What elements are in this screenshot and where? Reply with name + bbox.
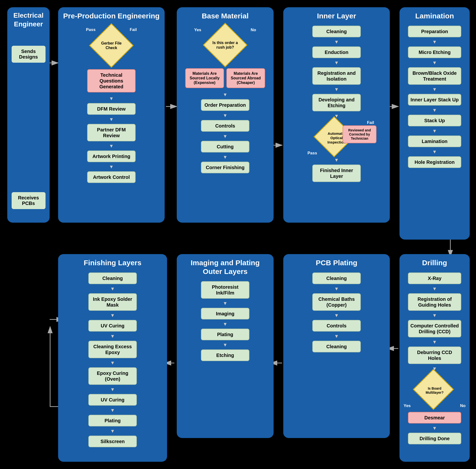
finished-inner-layer-box: Finished Inner Layer: [312, 165, 361, 182]
imaging-box: Imaging: [201, 308, 249, 319]
corner-finishing-box: Corner Finishing: [201, 162, 249, 173]
yes-multilayer-label: Yes: [404, 403, 411, 408]
uv-curing2-box: UV Curing: [88, 394, 137, 406]
plating-finish-box: Plating: [88, 415, 137, 426]
abroad-materials-box: Materials Are Sourced Abroad (Cheaper): [226, 68, 265, 88]
photoresist-box: Photoresist Ink/Film: [201, 281, 249, 299]
fail-label: Fail: [130, 27, 137, 32]
receives-pcbs-box: Receives PCBs: [12, 192, 46, 209]
chem-baths-box: Chemical Baths (Copper): [312, 293, 361, 311]
imaging-plating-panel: Imaging and Plating Outer Layers Photore…: [177, 254, 273, 438]
finishing-layers-title: Finishing Layers: [62, 258, 164, 267]
imaging-plating-title: Imaging and Plating Outer Layers: [180, 258, 270, 276]
gerber-check-label: Gerber File Check: [101, 41, 121, 50]
ink-epoxy-box: Ink Epoxy Solder Mask: [88, 293, 137, 311]
inner-layer-panel: Inner Layer Cleaning ▼ Enduction ▼ Regis…: [283, 7, 390, 223]
fail-inner-label: Fail: [367, 120, 374, 125]
tech-questions-box: Technical Questions Generated: [87, 69, 136, 92]
cleaning-inner-box: Cleaning: [312, 26, 361, 37]
drilling-title: Drilling: [403, 258, 466, 267]
lamination-title: Lamination: [403, 12, 466, 20]
brown-oxide-box: Brown/Black Oxide Treatment: [408, 67, 461, 85]
artwork-printing-box: Artwork Printing: [87, 151, 136, 162]
artwork-control-box: Artwork Control: [87, 171, 136, 183]
base-material-panel: Base Material Is this order a rush job? …: [177, 7, 273, 223]
pass-inner-label: Pass: [307, 151, 317, 156]
rush-job-label: Is this order a rush job?: [213, 41, 238, 49]
pre-production-panel: Pre-Production Engineering Gerber File C…: [58, 7, 165, 223]
yes-label: Yes: [194, 28, 201, 33]
inner-stack-up-box: Inner Layer Stack Up: [408, 94, 461, 105]
etching-box: Etching: [201, 350, 249, 361]
silkscreen-box: Silkscreen: [88, 436, 137, 447]
reviewed-corrected-box: Reviewed and Corrected by Technician: [343, 125, 376, 143]
controls-pcb-box: Controls: [312, 320, 361, 332]
cleaning-pcb1-box: Cleaning: [312, 272, 361, 284]
enduction-box: Enduction: [312, 47, 361, 58]
inner-layer-title: Inner Layer: [287, 12, 386, 20]
xray-box: X-Ray: [408, 272, 461, 284]
drilling-panel: Drilling X-Ray ▼ Registration of Guiding…: [399, 254, 470, 462]
no-label: No: [251, 28, 256, 33]
ee-title: Electrical Engineer: [10, 11, 47, 29]
pre-production-title: Pre-Production Engineering: [62, 12, 161, 20]
lamination-step-box: Lamination: [408, 135, 461, 147]
pass-label: Pass: [86, 27, 96, 32]
drilling-done-box: Drilling Done: [408, 433, 461, 444]
micro-etching-box: Micro Etching: [408, 47, 461, 58]
sends-designs-box: Sends Designs: [12, 46, 46, 63]
reg-isolation-box: Registration and Isolation: [312, 67, 361, 85]
partner-dfm-box: Partner DFM Review: [87, 124, 136, 141]
deburring-box: Deburring CCD Holes: [408, 347, 461, 364]
cutting-box: Cutting: [201, 141, 249, 152]
multilayer-label: Is Board Multilayer?: [426, 386, 443, 394]
dfm-review-box: DFM Review: [87, 103, 136, 115]
controls-box-base: Controls: [201, 120, 249, 132]
base-material-title: Base Material: [180, 12, 270, 20]
plating-imaging-box: Plating: [201, 329, 249, 340]
no-multilayer-label: No: [460, 403, 466, 408]
pcb-plating-title: PCB Plating: [287, 258, 386, 267]
cleaning-excess-box: Cleaning Excess Epoxy: [88, 341, 137, 358]
ccd-box: Computer Controlled Drilling (CCD): [408, 320, 461, 337]
desmear-box: Desmear: [408, 412, 461, 423]
preparation-box: Preparation: [408, 26, 461, 37]
pcb-plating-panel: PCB Plating Cleaning ▼ Chemical Baths (C…: [283, 254, 390, 438]
reg-guiding-holes-box: Registration of Guiding Holes: [408, 293, 461, 311]
ee-panel: Electrical Engineer Sends Designs Receiv…: [7, 7, 50, 223]
developing-etching-box: Developing and Etching: [312, 94, 361, 111]
finishing-layers-panel: Finishing Layers Cleaning ▼ Ink Epoxy So…: [58, 254, 167, 462]
cleaning-pcb2-box: Cleaning: [312, 341, 361, 352]
local-materials-box: Materials Are Sourced Locally (Expensive…: [185, 68, 224, 88]
order-prep-box: Order Preparation: [201, 99, 249, 111]
cleaning-finish-box: Cleaning: [88, 272, 137, 284]
epoxy-curing-box: Epoxy Curing (Oven): [88, 367, 137, 385]
stack-up-box: Stack Up: [408, 115, 461, 126]
uv-curing1-box: UV Curing: [88, 320, 137, 332]
hole-registration-box: Hole Registration: [408, 156, 461, 168]
lamination-panel: Lamination Preparation ▼ Micro Etching ▼…: [399, 7, 470, 240]
